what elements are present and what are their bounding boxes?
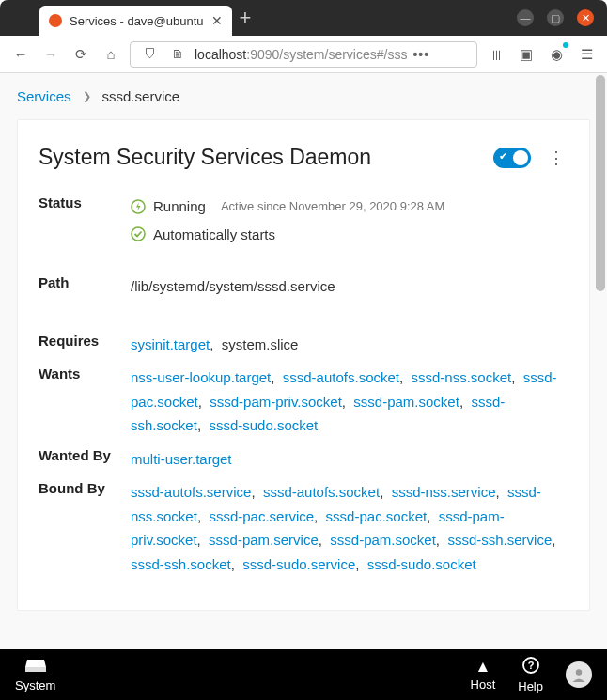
status-active-since: Active since November 29, 2020 9:28 AM: [221, 196, 444, 217]
unit-link[interactable]: sssd-sudo.service: [242, 556, 355, 572]
drive-icon: [25, 658, 46, 677]
path-value: /lib/systemd/system/sssd.service: [131, 274, 568, 299]
forward-button: →: [39, 43, 62, 66]
unit-link[interactable]: nss-user-lookup.target: [131, 369, 271, 385]
kebab-menu-button[interactable]: ⋮: [544, 148, 568, 168]
unit-link[interactable]: sysinit.target: [131, 336, 210, 352]
favicon-icon: [49, 14, 62, 27]
unit-link[interactable]: sssd-pac.socket: [326, 508, 428, 524]
unit-plain: system.slice: [222, 336, 299, 352]
scrollbar[interactable]: [596, 75, 605, 291]
url-overflow-icon[interactable]: •••: [412, 47, 429, 62]
unit-link[interactable]: sssd-sudo.socket: [209, 417, 318, 433]
url-bar[interactable]: ⛉ 🗎 localhost:9090/system/services#/sss …: [130, 41, 477, 68]
window-close-button[interactable]: ✕: [577, 9, 594, 26]
close-tab-icon[interactable]: ✕: [211, 13, 223, 28]
bottombar-system[interactable]: System: [15, 658, 55, 692]
window-minimize-button[interactable]: —: [517, 9, 534, 26]
breadcrumb-services-link[interactable]: Services: [17, 88, 71, 104]
new-tab-button[interactable]: +: [240, 6, 252, 30]
user-avatar[interactable]: [566, 661, 592, 688]
shield-icon: ⛉: [138, 43, 161, 66]
requires-label: Requires: [39, 333, 131, 357]
unit-link[interactable]: sssd-autofs.socket: [263, 484, 380, 500]
bottombar-help[interactable]: ? Help: [518, 657, 543, 693]
boundby-label: Bound By: [39, 480, 131, 576]
bolt-icon: [131, 199, 146, 214]
breadcrumb-current: sssd.service: [102, 88, 180, 104]
unit-link[interactable]: sssd-pac.service: [209, 508, 314, 524]
unit-link[interactable]: sssd-ssh.service: [447, 532, 552, 548]
breadcrumb: Services ❯ sssd.service: [0, 73, 607, 119]
check-circle-icon: [131, 226, 146, 241]
window-maximize-button[interactable]: ▢: [547, 9, 564, 26]
bottombar-host[interactable]: ▲ Host: [471, 658, 496, 692]
back-button[interactable]: ←: [9, 43, 32, 66]
reader-icon[interactable]: ▣: [515, 43, 537, 66]
requires-value: sysinit.target, system.slice: [131, 333, 568, 357]
boundby-value: sssd-autofs.service, sssd-autofs.socket,…: [131, 480, 568, 576]
status-label: Status: [39, 194, 131, 246]
url-text: localhost:9090/system/services#/sss: [195, 47, 407, 62]
help-icon: ?: [522, 657, 539, 678]
toggle-knob: [513, 150, 528, 165]
wantedby-value: multi-user.target: [131, 447, 568, 472]
unit-link[interactable]: sssd-pam-priv.socket: [210, 394, 342, 410]
tab-title: Services - dave@ubuntu: [70, 14, 204, 28]
caret-up-icon: ▲: [475, 658, 490, 677]
home-button[interactable]: ⌂: [100, 43, 122, 66]
svg-rect-2: [25, 667, 46, 672]
unit-link[interactable]: multi-user.target: [131, 451, 232, 467]
reload-button[interactable]: ⟳: [70, 43, 92, 66]
unit-link[interactable]: sssd-autofs.socket: [283, 369, 399, 385]
path-label: Path: [39, 274, 131, 299]
browser-tab[interactable]: Services - dave@ubuntu ✕: [39, 6, 232, 36]
svg-point-1: [132, 227, 145, 241]
chevron-right-icon: ❯: [83, 90, 91, 102]
account-icon[interactable]: ◉: [545, 43, 568, 66]
svg-text:?: ?: [527, 660, 534, 671]
check-icon: ✔: [499, 150, 507, 163]
wants-value: nss-user-lookup.target, sssd-autofs.sock…: [131, 366, 568, 438]
page-title: System Security Services Daemon: [39, 145, 480, 170]
unit-link[interactable]: sssd-sudo.socket: [367, 556, 476, 572]
unit-link[interactable]: sssd-pam.socket: [353, 394, 459, 410]
unit-link[interactable]: sssd-autofs.service: [131, 484, 251, 500]
svg-point-5: [576, 669, 582, 675]
wantedby-label: Wanted By: [39, 447, 131, 472]
status-running: Running: [153, 194, 206, 219]
page-info-icon[interactable]: 🗎: [166, 43, 189, 66]
unit-link[interactable]: sssd-nss.service: [392, 484, 496, 500]
unit-link[interactable]: sssd-pam.socket: [330, 532, 436, 548]
unit-link[interactable]: sssd-pam.service: [209, 532, 319, 548]
wants-label: Wants: [39, 366, 131, 438]
library-icon[interactable]: ⫼: [485, 43, 507, 66]
menu-button[interactable]: ☰: [575, 43, 598, 66]
unit-link[interactable]: sssd-nss.socket: [412, 369, 512, 385]
status-auto-starts: Automatically starts: [153, 223, 275, 247]
service-enabled-toggle[interactable]: ✔: [493, 148, 531, 168]
unit-link[interactable]: sssd-ssh.socket: [131, 556, 231, 572]
